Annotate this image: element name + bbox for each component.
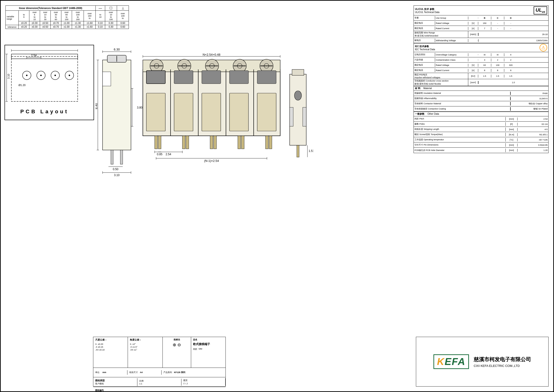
tol-v-6to10: ±0.30 xyxy=(29,25,40,29)
tol-v-010: 0.10 xyxy=(96,25,105,29)
temp-val: -40~+105 xyxy=(518,138,548,141)
strip-unit: [mm] xyxy=(506,128,518,131)
rated-a-en: Rated Current xyxy=(435,27,468,30)
pin-val: 0.50x0.85 xyxy=(518,144,548,147)
pitch-label-bi: 间距 xyxy=(193,348,197,351)
wire-range-cn: 接线范围 Wire Range xyxy=(415,31,467,34)
pitch-unit: [mm] xyxy=(506,118,518,120)
contam-unit xyxy=(468,60,478,60)
tol-v-160plus: ±1.60 xyxy=(84,25,96,29)
page-val: 1＼1 xyxy=(183,382,223,385)
impulse-cn: 额定冲击电压 xyxy=(415,73,467,76)
tol-v-10to30: ±0.50 xyxy=(40,25,51,29)
svg-text:1.51: 1.51 xyxy=(309,149,313,153)
contactor-val: 铜合金 Copper alloy xyxy=(510,102,548,105)
col-60to100: over60to100 xyxy=(61,11,72,21)
temp-unit: [°C] xyxy=(506,138,518,141)
svg-rect-79 xyxy=(257,93,276,131)
rated-a-unit: [A] xyxy=(468,27,478,30)
col-10to100: over10to100 xyxy=(105,11,117,21)
ov-cat-en: Overvoltage Category xyxy=(435,53,468,56)
scale-val: 1:1 xyxy=(139,383,179,385)
svg-point-6 xyxy=(40,75,42,76)
product-name-label: 品名 xyxy=(193,338,224,341)
general-cn: 一般参数 xyxy=(415,112,424,115)
pcb-hole-val: 1.20 xyxy=(518,149,548,152)
svg-text:0.50: 0.50 xyxy=(113,168,118,171)
ov-cat-unit xyxy=(468,55,478,55)
svg-rect-87 xyxy=(214,136,216,149)
svg-rect-80 xyxy=(155,136,158,149)
iec-logo: ⚠ xyxy=(540,44,547,51)
impulse-unit: [KV] xyxy=(468,75,478,77)
insul-val: PA66 xyxy=(510,92,548,95)
col-10to30: over10to30 xyxy=(40,11,51,21)
tol-30to60: ±0.70 xyxy=(51,21,61,25)
insul-label: 绝缘材料 Insulation Material xyxy=(414,91,510,95)
svg-text:6.30: 6.30 xyxy=(114,48,120,51)
ul-cul-cn: UL/CUL 技术 参数 xyxy=(415,7,439,11)
tolerance-table: linear dimension(Tolerances Standard GB/… xyxy=(6,6,129,29)
rated-v-d: - xyxy=(504,22,517,25)
svg-rect-65 xyxy=(146,71,165,84)
poles-label: 极数 Poles xyxy=(414,122,506,126)
bottom-info-box: 尺度公差： X. ±0.20 .X ±0.15 .XX ±0.10 角度公差： … xyxy=(93,337,226,386)
drawing-type-val: 客户图纸 xyxy=(95,382,135,385)
svg-rect-70 xyxy=(257,71,276,84)
size-tol-label: 尺度公差： xyxy=(95,338,126,342)
conductor-en: 硬质/柔性导线 Solid/ flexible xyxy=(415,83,467,85)
svg-rect-86 xyxy=(186,136,189,149)
tol-v-60to100: ±1.00 xyxy=(61,25,72,29)
conductor-cn: 导线截面积 Conductor cross section xyxy=(415,79,467,83)
rated-a-d: - xyxy=(504,27,517,30)
rated-a-cn: 额定电流 xyxy=(414,27,435,30)
iec-ra-d: 8 xyxy=(504,69,517,72)
pin-label: 引针尺寸 Pin Dimensions xyxy=(414,143,506,147)
rated-a-b: 7 xyxy=(478,27,491,30)
rated-v-unit: [V] xyxy=(468,22,478,25)
col-160plus: over160to xyxy=(84,11,96,21)
material-cn: 材 料 xyxy=(415,87,420,90)
ul-cul-en: UL/CUL Technical Data xyxy=(415,11,439,14)
svg-rect-67 xyxy=(174,71,193,84)
pcb-hole-unit: [mm] xyxy=(506,149,518,152)
svg-rect-85 xyxy=(158,136,161,149)
iec-cn: IEC 技术参数 xyxy=(415,45,435,48)
withstand-cn: 耐电压 xyxy=(414,39,435,42)
wire-range-val: 26-18 xyxy=(478,33,548,36)
strip-label: 剥线长度 Stripping Length xyxy=(414,127,506,131)
svg-rect-84 xyxy=(265,136,268,149)
col-to6: to6 xyxy=(19,11,29,21)
pcb-hole-label: PCB板孔径 PCB Hole Diameter xyxy=(414,149,506,152)
col-100plus: over100to xyxy=(117,11,129,21)
iec-rv-en: Rated Voltage xyxy=(435,64,468,67)
use-group-en: Use Group xyxy=(435,17,468,20)
temp-label: 工作温度 Operating temperatur xyxy=(414,138,506,141)
size-xxx: .XX ±0.10 xyxy=(95,349,126,351)
ov-cat-d: II xyxy=(504,53,517,56)
unit-label: 单位 xyxy=(95,371,99,373)
angle-x: X. ±2° xyxy=(130,343,160,345)
tol-v-100to160: ±1.30 xyxy=(72,25,84,29)
pitch-label: 间距 Pitch xyxy=(414,117,506,121)
tol-to6: ±0.20 xyxy=(19,21,29,25)
pin-unit: [mm] xyxy=(506,144,518,147)
svg-rect-28 xyxy=(111,150,113,164)
svg-rect-75 xyxy=(146,93,165,131)
tech-panel: UL/CUL 技术 参数 UL/CUL Technical Data ULus … xyxy=(414,6,548,153)
contactor-label: 导体材料 Contactor Material xyxy=(414,102,510,105)
col-30to60: over30to60 xyxy=(51,11,61,21)
contam-cn: 污染等级 xyxy=(414,58,435,62)
impulse-d: 1.5 xyxy=(504,75,517,77)
ov-cat-cn: 过电压类别 xyxy=(414,53,435,56)
iec-ra-cn: 额定电流 xyxy=(414,69,435,72)
torque-label: 螺丝 Screw/扭矩 Torque(Max) xyxy=(414,133,506,136)
torque-val: M1.6/0.1 xyxy=(518,133,548,136)
svg-point-4 xyxy=(26,75,28,76)
pitch-val: 2.54 xyxy=(518,118,548,120)
svg-rect-83 xyxy=(238,136,241,149)
iec-rv-cn: 额定电压 xyxy=(414,63,435,67)
svg-text:N×2.54+0.48: N×2.54+0.48 xyxy=(202,53,220,56)
coating-label: 导体表面镀层 Contactive Coating xyxy=(414,107,510,111)
tol-6to10: ±0.30 xyxy=(29,21,40,25)
